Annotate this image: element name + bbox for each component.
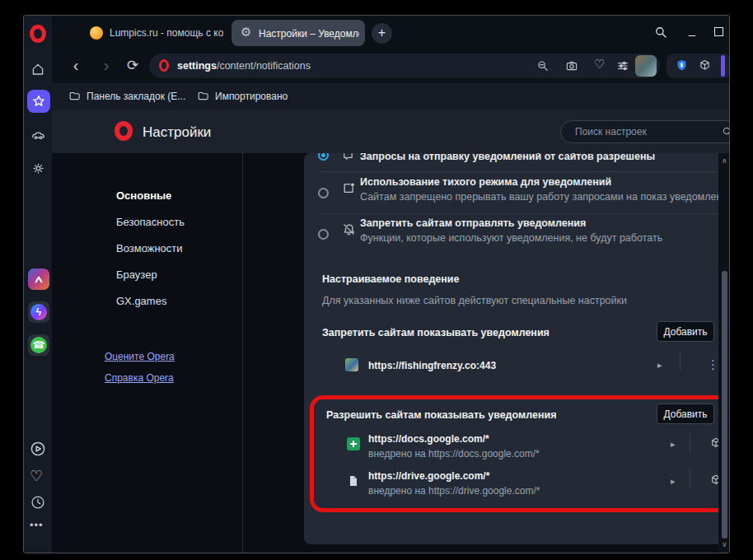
home-icon[interactable] [30,62,45,77]
speed-dial-button[interactable] [27,90,50,113]
settings-header: Настройки [52,110,730,153]
extensions-group [666,54,730,78]
site-url: https://fishingfrenzy.co:443 [368,360,496,371]
whatsapp-icon: ☎ [30,337,47,353]
radio-block-all[interactable] [318,229,329,240]
browser-window: ϟ ☎ ♡ ••• Lumpics.ru - помощь с ко ⚙ Нас… [23,15,730,553]
sidebar-more-icon[interactable]: ••• [30,519,44,531]
radio-quiet-mode[interactable] [318,188,329,198]
maximize-button[interactable] [714,27,723,36]
settings-page-title: Настройки [143,124,211,141]
row-separator [680,352,681,371]
car-icon[interactable] [30,127,46,142]
cube-extension-icon[interactable] [698,58,712,72]
tab-settings-active[interactable]: ⚙ Настройки – Уведомлени [232,20,365,46]
back-button[interactable]: ‹ [68,55,84,77]
colorful-app-icon[interactable] [28,268,49,290]
nav-item-security[interactable]: Безопасность [116,216,185,228]
red-highlight-box [310,395,730,512]
tab-strip: Lumpics.ru - помощь с ко ⚙ Настройки – У… [52,16,730,50]
nav-link-rate-opera[interactable]: Оцените Opera [105,351,175,362]
nav-divider [242,153,243,553]
messenger-icon: ϟ [30,304,47,320]
custom-behavior-desc: Для указанных ниже сайтов действуют спец… [322,295,627,306]
bookmark-folder-label: Импортировано [215,91,288,102]
nav-item-gxgames[interactable]: GX.games [116,295,166,307]
new-tab-button[interactable]: + [372,23,392,44]
minimize-button[interactable]: – [684,21,700,42]
url-field[interactable]: settings/content/notifications ♡ [149,54,660,78]
block-section-title: Запретить сайтам показывать уведомления [322,327,550,338]
folder-icon [68,90,81,102]
more-options-kebab-icon[interactable]: ⋮ [707,357,719,372]
bookmark-folder-label: Панель закладок (Е... [87,91,185,102]
page-zoom-icon[interactable] [536,59,550,72]
brightness-icon[interactable] [30,161,46,176]
settings-body: Основные Безопасность Возможности Браузе… [52,153,730,553]
scroll-up-icon[interactable]: ∧ [722,156,727,165]
screenshot-root: ϟ ☎ ♡ ••• Lumpics.ru - помощь с ко ⚙ Нас… [0,0,753,560]
settings-search-input[interactable] [560,120,730,143]
custom-behavior-title: Настраиваемое поведение [322,273,459,285]
messenger-button[interactable]: ϟ [28,301,49,323]
scrollbar[interactable]: ∧ ∨ [718,153,730,553]
bookmarks-bar: Панель закладок (Е... Импортировано [52,83,730,110]
nav-link-help-opera[interactable]: Справка Opera [105,372,174,384]
tab-title: Настройки – Уведомлени [259,28,359,40]
url-secondary: /content/notifications [217,60,311,72]
settings-search-icon[interactable] [721,125,730,138]
site-favicon-fishingfrenzy [345,358,358,371]
folder-icon [197,90,209,102]
forward-button[interactable]: › [98,55,115,77]
nav-item-browser[interactable]: Браузер [116,268,157,281]
radio-option-label: Запретить сайтам отправлять уведомления [360,217,586,229]
browser-sidebar: ϟ ☎ ♡ ••• [24,16,52,553]
chevron-right-icon[interactable]: ▸ [657,360,662,371]
history-clock-icon[interactable] [30,494,46,511]
bookmark-heart-icon[interactable]: ♡ [594,57,605,72]
star-icon [30,93,47,110]
scroll-down-icon[interactable]: ∨ [722,540,727,548]
address-bar: ‹ › ⟳ settings/content/notifications ♡ [52,50,730,83]
window-search-icon[interactable] [653,25,668,40]
scrollbar-thumb[interactable] [722,271,727,539]
whatsapp-button[interactable]: ☎ [28,334,49,356]
notification-request-icon [342,153,354,161]
radio-option-label: Использование тихого режима для уведомле… [360,176,611,188]
tab-favicon-lumpics [90,26,103,40]
url-text: settings/content/notifications [177,60,311,72]
player-icon[interactable] [29,440,47,458]
quiet-notification-icon [342,181,356,195]
radio-option-desc: Сайтам запрещено прерывать вашу работу з… [360,191,730,203]
row-divider [319,213,727,214]
nav-item-features[interactable]: Возможности [116,242,183,254]
tune-sliders-icon[interactable] [616,59,629,72]
radio-option-label: Запросы на отправку уведомлений от сайто… [360,153,655,162]
tab-lumpics[interactable]: Lumpics.ru - помощь с ко [83,21,228,45]
bell-off-icon [342,222,356,236]
shield-extension-icon[interactable] [675,58,689,72]
tab-title: Lumpics.ru - помощь с ко [110,27,223,39]
radio-allow-requests[interactable] [318,153,329,161]
opera-url-logo [159,59,169,72]
nav-item-general[interactable]: Основные [116,189,171,202]
reload-icon[interactable]: ⟳ [124,54,141,76]
radio-option-desc: Функции, которые используют уведомления,… [360,232,662,244]
block-add-button[interactable]: Добавить [657,321,714,342]
extension-avatar-icon[interactable] [635,55,657,77]
gear-icon: ⚙ [241,26,251,39]
row-divider [319,171,727,172]
favorites-heart-icon[interactable]: ♡ [30,468,43,484]
opera-menu-logo[interactable] [30,25,46,43]
sidebar-toggle-bar[interactable] [721,55,725,77]
snapshot-camera-icon[interactable] [565,59,578,72]
opera-settings-logo [115,121,133,141]
url-primary: settings [177,60,217,72]
